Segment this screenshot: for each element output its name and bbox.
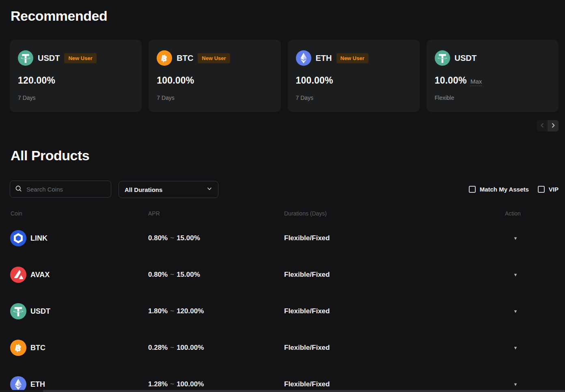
- card-coin-name: ETH: [316, 54, 332, 63]
- usdt-icon: [435, 50, 450, 66]
- row-apr-range: 0.80% ~ 15.00%: [148, 256, 200, 293]
- row-coin-name: USDT: [30, 293, 50, 330]
- search-icon: [15, 185, 26, 194]
- carousel-nav: [537, 120, 559, 131]
- chevron-left-icon: [539, 123, 545, 129]
- expand-row-caret-icon[interactable]: ▼: [509, 342, 522, 353]
- recommended-cards: USDT New User 120.00% 7 Days ฿ BTC New U…: [10, 40, 559, 112]
- card-apr: 120.00%: [18, 75, 55, 86]
- products-table-header: Coin APR Durations (Days) Action: [0, 210, 565, 217]
- apr-max: 15.00%: [177, 271, 200, 279]
- usdt-icon: [18, 50, 33, 66]
- row-coin-name: ETH: [30, 366, 45, 392]
- match-my-assets-toggle[interactable]: Match My Assets: [469, 186, 529, 193]
- apr-separator: ~: [170, 307, 174, 315]
- chevron-down-icon: [207, 186, 212, 193]
- header-action: Action: [505, 210, 521, 217]
- vip-checkbox[interactable]: [538, 186, 545, 193]
- card-duration: 7 Days: [18, 95, 134, 101]
- row-durations: Flexible/Fixed: [284, 366, 330, 392]
- recommended-card-eth-newuser[interactable]: ETH New User 100.00% 7 Days: [288, 40, 420, 112]
- btc-icon: ฿: [10, 340, 26, 356]
- row-durations: Flexible/Fixed: [284, 256, 330, 293]
- new-user-badge: New User: [198, 53, 230, 63]
- apr-max: 120.00%: [177, 307, 204, 315]
- chevron-right-icon: [550, 123, 556, 129]
- row-coin-name: LINK: [30, 220, 47, 256]
- apr-max: 15.00%: [177, 234, 200, 242]
- header-durations: Durations (Days): [284, 210, 327, 217]
- search-box[interactable]: [10, 181, 111, 198]
- usdt-icon: [10, 303, 26, 319]
- table-row-avax[interactable]: AVAX 0.80% ~ 15.00% Flexible/Fixed ▼: [0, 256, 565, 293]
- expand-row-caret-icon[interactable]: ▼: [509, 269, 522, 280]
- row-coin-name: BTC: [30, 330, 45, 366]
- recommended-card-btc-newuser[interactable]: ฿ BTC New User 100.00% 7 Days: [149, 40, 280, 112]
- match-my-assets-label: Match My Assets: [480, 186, 529, 193]
- carousel-next-button[interactable]: [548, 120, 559, 131]
- card-apr: 100.00%: [296, 75, 333, 86]
- apr-separator: ~: [170, 344, 174, 352]
- card-apr-suffix: Max: [470, 78, 482, 86]
- apr-separator: ~: [170, 380, 174, 388]
- table-row-usdt[interactable]: USDT 1.80% ~ 120.00% Flexible/Fixed ▼: [0, 293, 565, 330]
- btc-icon: ฿: [157, 50, 172, 66]
- expand-row-caret-icon[interactable]: ▼: [509, 306, 522, 317]
- table-row-eth[interactable]: ETH 1.28% ~ 100.00% Flexible/Fixed ▼: [0, 366, 565, 392]
- row-apr-range: 0.28% ~ 100.00%: [148, 330, 204, 366]
- recommended-card-usdt-flexible[interactable]: USDT 10.00% Max Flexible: [427, 40, 559, 112]
- match-my-assets-checkbox[interactable]: [469, 186, 476, 193]
- row-durations: Flexible/Fixed: [284, 220, 330, 256]
- filter-toggles: Match My Assets VIP: [469, 181, 559, 198]
- new-user-badge: New User: [336, 53, 369, 63]
- apr-min: 1.28%: [148, 380, 168, 388]
- card-head: USDT: [435, 50, 550, 66]
- card-apr-row: 10.00% Max: [435, 75, 550, 86]
- table-row-link[interactable]: LINK 0.80% ~ 15.00% Flexible/Fixed ▼: [0, 220, 565, 256]
- table-row-btc[interactable]: ฿ BTC 0.28% ~ 100.00% Flexible/Fixed ▼: [0, 330, 565, 366]
- card-apr-row: 100.00%: [296, 75, 412, 86]
- apr-separator: ~: [170, 271, 174, 279]
- card-head: USDT New User: [18, 50, 134, 66]
- card-duration: 7 Days: [296, 95, 412, 101]
- row-durations: Flexible/Fixed: [284, 330, 330, 366]
- apr-max: 100.00%: [177, 344, 204, 352]
- apr-max: 100.00%: [177, 380, 204, 388]
- card-head: ฿ BTC New User: [157, 50, 272, 66]
- new-user-badge: New User: [64, 53, 96, 63]
- row-apr-range: 0.80% ~ 15.00%: [148, 220, 200, 256]
- card-apr-row: 120.00%: [18, 75, 134, 86]
- recommended-card-usdt-newuser[interactable]: USDT New User 120.00% 7 Days: [10, 40, 142, 112]
- card-apr-row: 100.00%: [157, 75, 272, 86]
- apr-min: 1.80%: [148, 307, 168, 315]
- products-table-body: LINK 0.80% ~ 15.00% Flexible/Fixed ▼ AVA…: [0, 220, 565, 392]
- durations-select[interactable]: All Durations: [119, 181, 218, 198]
- eth-icon: [296, 50, 311, 66]
- expand-row-caret-icon[interactable]: ▼: [509, 233, 522, 244]
- search-input[interactable]: [26, 186, 107, 193]
- vip-label: VIP: [549, 186, 559, 193]
- carousel-prev-button[interactable]: [537, 120, 548, 131]
- card-duration: Flexible: [435, 95, 550, 101]
- card-head: ETH New User: [296, 50, 412, 66]
- all-products-title: All Products: [11, 148, 89, 164]
- card-coin-name: USDT: [455, 54, 477, 63]
- apr-min: 0.80%: [148, 234, 168, 242]
- apr-min: 0.28%: [148, 344, 168, 352]
- horizontal-scrollbar: [0, 390, 565, 392]
- apr-separator: ~: [170, 234, 174, 242]
- header-apr: APR: [148, 210, 160, 217]
- vip-toggle[interactable]: VIP: [538, 186, 559, 193]
- recommended-title: Recommended: [11, 8, 107, 24]
- card-coin-name: BTC: [177, 54, 193, 63]
- row-coin-name: AVAX: [30, 256, 50, 293]
- card-apr: 100.00%: [157, 75, 194, 86]
- horizontal-scrollbar-thumb[interactable]: [43, 390, 565, 392]
- header-coin: Coin: [11, 210, 22, 217]
- row-apr-range: 1.28% ~ 100.00%: [148, 366, 204, 392]
- avax-icon: [10, 267, 26, 283]
- card-apr: 10.00%: [435, 75, 467, 86]
- durations-select-value: All Durations: [125, 186, 207, 193]
- card-coin-name: USDT: [38, 54, 60, 63]
- expand-row-caret-icon[interactable]: ▼: [509, 379, 522, 390]
